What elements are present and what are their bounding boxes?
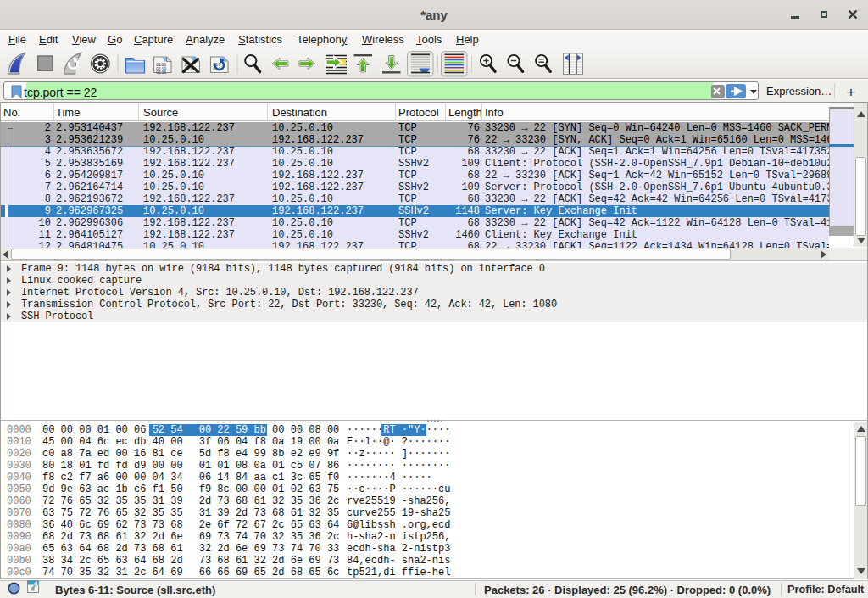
svg-text:0111: 0111 <box>156 70 166 75</box>
